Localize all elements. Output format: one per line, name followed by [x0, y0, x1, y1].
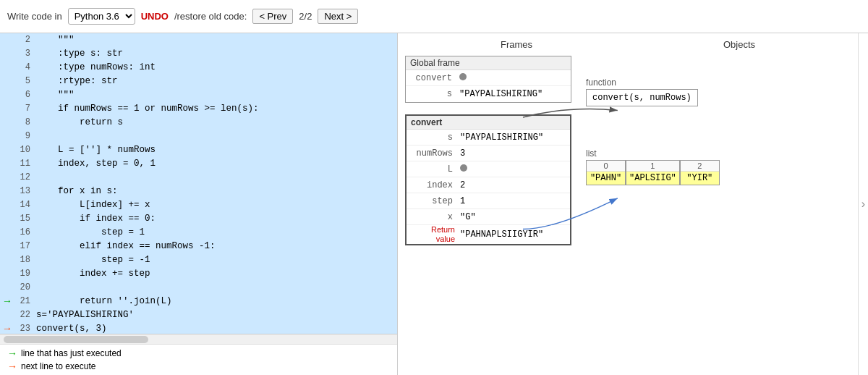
line-number-12: 12: [14, 171, 36, 185]
line-code-15: if index == 0:: [36, 212, 397, 226]
code-line-20: 20: [0, 281, 397, 295]
convert-step-row: step 1: [407, 193, 570, 209]
line-number-5: 5: [14, 75, 36, 88]
code-line-23: →23convert(s, 3): [0, 322, 397, 334]
prev-button[interactable]: < Prev: [252, 9, 293, 24]
line-code-18: step = -1: [36, 253, 397, 267]
global-frame-title: Global frame: [406, 56, 571, 70]
global-s-val: "PAYPALISHIRING": [456, 88, 571, 101]
line-code-23: convert(s, 3): [36, 322, 397, 334]
list-cell-1: 1"APLSIIG": [626, 160, 680, 185]
list-cell-val-0: "PAHN": [587, 172, 625, 185]
line-arrow-21: →: [0, 295, 14, 308]
code-line-15: 15 if index == 0:: [0, 212, 397, 226]
line-number-14: 14: [14, 198, 36, 212]
list-cell-val-2: "YIR": [681, 172, 719, 185]
convert-index-row: index 2: [407, 177, 570, 193]
code-line-13: 13 for x in s:: [0, 185, 397, 198]
right-panel-toggle[interactable]: ›: [858, 33, 868, 375]
next-button[interactable]: Next >: [318, 9, 358, 24]
line-number-22: 22: [14, 308, 36, 322]
line-code-14: L[index] += x: [36, 198, 397, 212]
code-line-16: 16 step = 1: [0, 226, 397, 240]
horizontal-scrollbar[interactable]: [0, 334, 397, 344]
undo-button[interactable]: UNDO: [141, 11, 169, 22]
line-number-15: 15: [14, 212, 36, 226]
line-code-19: index += step: [36, 267, 397, 281]
global-frame-convert-row: convert: [406, 70, 571, 86]
restore-label: /restore old code:: [174, 11, 247, 22]
global-convert-key: convert: [406, 73, 456, 83]
list-cell-index-1: 1: [626, 161, 679, 172]
convert-numrows-val: 3: [457, 147, 570, 160]
code-line-8: 8 return s: [0, 116, 397, 130]
language-select[interactable]: Python 3.6: [68, 8, 135, 25]
code-line-3: 3 :type s: str: [0, 47, 397, 61]
convert-s-key: s: [407, 132, 457, 143]
panel-headers: Frames Objects: [405, 33, 851, 56]
code-line-2: 2 """: [0, 33, 397, 47]
list-cell-index-2: 2: [681, 161, 719, 172]
list-cell-2: 2"YIR": [680, 160, 720, 185]
line-number-11: 11: [14, 157, 36, 171]
frames-content: Global frame convert s "PAYPALISHIRING" …: [405, 56, 851, 375]
code-line-10: 10 L = [''] * numRows: [0, 143, 397, 157]
line-code-4: :type numRows: int: [36, 61, 397, 75]
line-code-2: """: [36, 33, 397, 47]
toolbar: Write code in Python 3.6 UNDO /restore o…: [0, 0, 868, 33]
line-number-23: 23: [14, 322, 36, 334]
line-number-2: 2: [14, 33, 36, 47]
global-frame-s-row: s "PAYPALISHIRING": [406, 86, 571, 102]
line-code-16: step = 1: [36, 226, 397, 240]
convert-x-val: "G": [457, 211, 570, 224]
line-number-16: 16: [14, 226, 36, 240]
code-line-7: 7 if numRows == 1 or numRows >= len(s):: [0, 102, 397, 116]
line-code-21: return ''.join(L): [36, 295, 397, 308]
code-line-17: 17 elif index == numRows -1:: [0, 240, 397, 253]
line-code-11: index, step = 0, 1: [36, 157, 397, 171]
list-cell-index-0: 0: [587, 161, 625, 172]
convert-s-row: s "PAYPALISHIRING": [407, 130, 570, 146]
code-line-6: 6 """: [0, 88, 397, 102]
global-convert-val: [456, 72, 571, 85]
return-label: Returnvalue: [407, 225, 457, 244]
line-number-17: 17: [14, 240, 36, 253]
list-section: list 0"PAHN"1"APLSIIG"2"YIR": [586, 148, 851, 185]
code-editor[interactable]: 2 """3 :type s: str4 :type numRows: int5…: [0, 33, 397, 334]
green-arrow-icon: →: [7, 347, 17, 359]
line-number-3: 3: [14, 47, 36, 61]
convert-numrows-row: numRows 3: [407, 146, 570, 161]
convert-x-row: x "G": [407, 209, 570, 225]
function-sig: convert(s, numRows): [592, 93, 692, 103]
line-number-21: 21: [14, 295, 36, 308]
function-box: convert(s, numRows): [586, 89, 698, 106]
write-label: Write code in: [7, 11, 62, 22]
global-frame: Global frame convert s "PAYPALISHIRING": [405, 56, 571, 103]
line-number-6: 6: [14, 88, 36, 102]
convert-return-row: Returnvalue "PAHNAPLSIIGYIR": [407, 225, 570, 244]
list-cell-val-1: "APLSIIG": [626, 172, 679, 185]
global-s-key: s: [406, 89, 456, 99]
convert-l-row: L: [407, 161, 570, 177]
function-section: function convert(s, numRows): [586, 77, 851, 106]
code-line-22: 22s='PAYPALISHIRING': [0, 308, 397, 322]
code-line-9: 9: [0, 130, 397, 143]
code-line-5: 5 :rtype: str: [0, 75, 397, 88]
objects-label: Objects: [723, 39, 755, 50]
code-line-19: 19 index += step: [0, 267, 397, 281]
list-row: 0"PAHN"1"APLSIIG"2"YIR": [586, 160, 851, 185]
convert-l-val: [457, 163, 570, 176]
line-code-8: return s: [36, 116, 397, 130]
list-label: list: [586, 148, 851, 159]
line-code-10: L = [''] * numRows: [36, 143, 397, 157]
code-line-18: 18 step = -1: [0, 253, 397, 267]
line-arrow-23: →: [0, 322, 14, 334]
convert-frame: convert s "PAYPALISHIRING" numRows 3 L: [405, 114, 571, 245]
line-number-4: 4: [14, 61, 36, 75]
line-code-7: if numRows == 1 or numRows >= len(s):: [36, 102, 397, 116]
convert-frame-title: convert: [407, 116, 570, 130]
scrollbar-thumb: [4, 336, 148, 343]
function-label: function: [586, 77, 851, 88]
step-counter: 2/2: [299, 11, 312, 22]
l-pointer-dot: [460, 164, 467, 172]
